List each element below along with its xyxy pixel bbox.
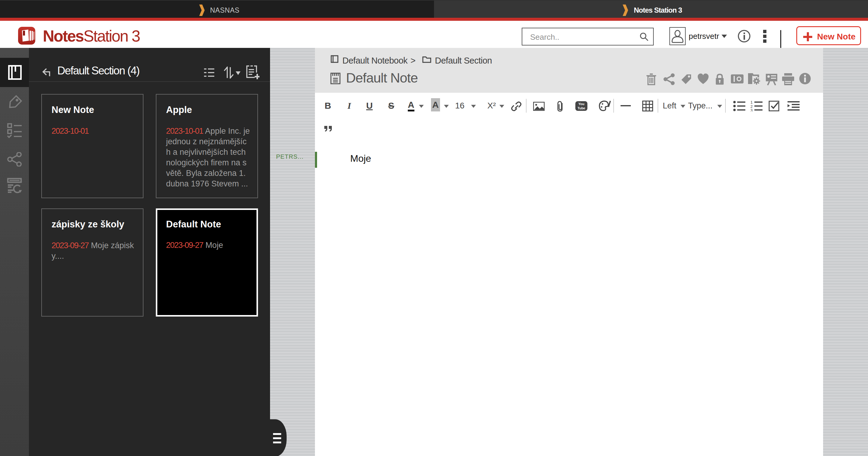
svg-text:You: You	[578, 102, 584, 106]
svg-text:3: 3	[750, 108, 752, 111]
svg-text:Tube: Tube	[578, 106, 585, 110]
